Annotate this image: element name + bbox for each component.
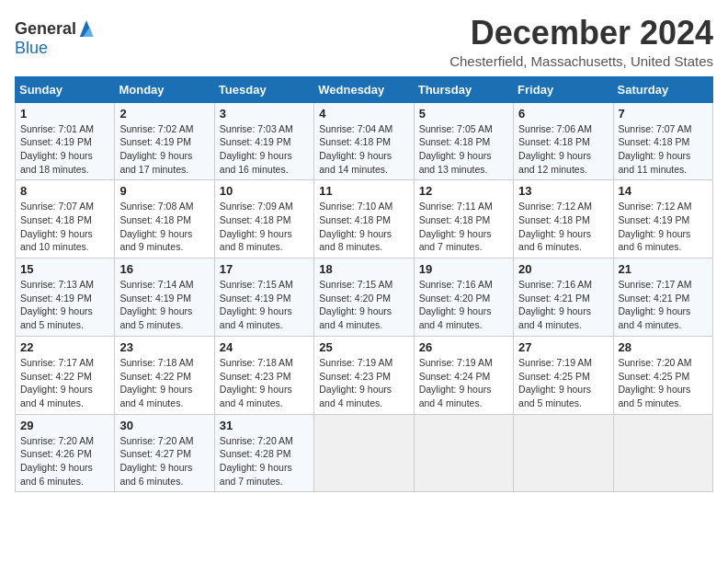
- day-number: 8: [20, 184, 109, 198]
- day-number: 12: [419, 184, 508, 198]
- sunset-label: Sunset: 4:19 PM: [220, 136, 291, 147]
- day-info: Sunrise: 7:12 AM Sunset: 4:19 PM Dayligh…: [619, 200, 708, 254]
- daylight-label: Daylight: 9 hours and 6 minutes.: [518, 228, 591, 253]
- calendar-day-cell: 20 Sunrise: 7:16 AM Sunset: 4:21 PM Dayl…: [514, 259, 613, 337]
- calendar-day-cell: 30 Sunrise: 7:20 AM Sunset: 4:27 PM Dayl…: [115, 414, 214, 492]
- calendar-day-cell: 14 Sunrise: 7:12 AM Sunset: 4:19 PM Dayl…: [613, 180, 712, 259]
- sunrise-label: Sunrise: 7:20 AM: [119, 435, 193, 446]
- logo-general-text: General: [15, 20, 76, 37]
- day-info: Sunrise: 7:08 AM Sunset: 4:18 PM Dayligh…: [119, 200, 209, 254]
- daylight-label: Daylight: 9 hours and 6 minutes.: [20, 462, 93, 487]
- day-info: Sunrise: 7:17 AM Sunset: 4:21 PM Dayligh…: [619, 278, 708, 332]
- calendar-day-cell: [514, 414, 613, 492]
- logo-icon: [78, 18, 95, 39]
- sunset-label: Sunset: 4:20 PM: [319, 293, 391, 304]
- sunset-label: Sunset: 4:18 PM: [319, 214, 391, 225]
- sunset-label: Sunset: 4:19 PM: [20, 293, 92, 304]
- day-info: Sunrise: 7:09 AM Sunset: 4:18 PM Dayligh…: [220, 200, 309, 254]
- daylight-label: Daylight: 9 hours and 12 minutes.: [518, 150, 591, 175]
- day-info: Sunrise: 7:19 AM Sunset: 4:24 PM Dayligh…: [419, 356, 508, 410]
- day-info: Sunrise: 7:14 AM Sunset: 4:19 PM Dayligh…: [119, 278, 209, 332]
- day-number: 14: [619, 184, 708, 198]
- calendar-day-cell: 29 Sunrise: 7:20 AM Sunset: 4:26 PM Dayl…: [16, 414, 115, 492]
- daylight-label: Daylight: 9 hours and 4 minutes.: [119, 384, 192, 408]
- day-info: Sunrise: 7:13 AM Sunset: 4:19 PM Dayligh…: [20, 278, 109, 332]
- day-number: 16: [119, 262, 209, 276]
- sunset-label: Sunset: 4:22 PM: [20, 371, 92, 382]
- sunrise-label: Sunrise: 7:13 AM: [20, 279, 94, 290]
- daylight-label: Daylight: 9 hours and 5 minutes.: [119, 305, 192, 330]
- day-number: 1: [20, 107, 109, 121]
- daylight-label: Daylight: 9 hours and 8 minutes.: [319, 228, 392, 253]
- day-number: 24: [220, 340, 309, 354]
- daylight-label: Daylight: 9 hours and 4 minutes.: [319, 305, 392, 330]
- sunset-label: Sunset: 4:22 PM: [119, 371, 191, 382]
- day-number: 26: [419, 340, 508, 354]
- daylight-label: Daylight: 9 hours and 17 minutes.: [119, 150, 192, 175]
- sunrise-label: Sunrise: 7:08 AM: [119, 201, 193, 212]
- title-section: December 2024 Chesterfield, Massachusett…: [449, 15, 713, 69]
- daylight-label: Daylight: 9 hours and 4 minutes.: [319, 384, 392, 408]
- calendar-day-cell: 23 Sunrise: 7:18 AM Sunset: 4:22 PM Dayl…: [115, 336, 214, 414]
- sunset-label: Sunset: 4:23 PM: [319, 371, 391, 382]
- sunrise-label: Sunrise: 7:19 AM: [419, 357, 493, 368]
- daylight-label: Daylight: 9 hours and 10 minutes.: [20, 228, 93, 253]
- sunset-label: Sunset: 4:18 PM: [220, 214, 291, 225]
- day-number: 13: [518, 184, 608, 198]
- calendar-day-cell: [314, 414, 414, 492]
- calendar-day-cell: 7 Sunrise: 7:07 AM Sunset: 4:18 PM Dayli…: [613, 102, 712, 180]
- daylight-label: Daylight: 9 hours and 14 minutes.: [319, 150, 392, 175]
- sunset-label: Sunset: 4:28 PM: [220, 448, 291, 459]
- day-number: 5: [419, 107, 508, 121]
- sunset-label: Sunset: 4:18 PM: [419, 214, 491, 225]
- calendar-day-cell: 16 Sunrise: 7:14 AM Sunset: 4:19 PM Dayl…: [115, 259, 214, 337]
- day-info: Sunrise: 7:04 AM Sunset: 4:18 PM Dayligh…: [319, 122, 408, 177]
- sunset-label: Sunset: 4:19 PM: [119, 136, 191, 147]
- sunrise-label: Sunrise: 7:17 AM: [619, 279, 692, 290]
- sunset-label: Sunset: 4:18 PM: [419, 136, 491, 147]
- sunrise-label: Sunrise: 7:07 AM: [20, 201, 94, 212]
- sunset-label: Sunset: 4:26 PM: [20, 448, 92, 459]
- daylight-label: Daylight: 9 hours and 7 minutes.: [419, 228, 492, 253]
- sunrise-label: Sunrise: 7:12 AM: [619, 201, 692, 212]
- day-number: 6: [518, 107, 608, 121]
- sunset-label: Sunset: 4:19 PM: [20, 136, 92, 147]
- daylight-label: Daylight: 9 hours and 4 minutes.: [619, 305, 691, 330]
- day-number: 22: [20, 340, 109, 354]
- day-number: 21: [619, 262, 708, 276]
- day-info: Sunrise: 7:20 AM Sunset: 4:28 PM Dayligh…: [220, 434, 309, 488]
- sunrise-label: Sunrise: 7:20 AM: [220, 435, 293, 446]
- day-info: Sunrise: 7:10 AM Sunset: 4:18 PM Dayligh…: [319, 200, 408, 254]
- day-number: 23: [119, 340, 209, 354]
- weekday-header-monday: Monday: [115, 76, 214, 102]
- day-info: Sunrise: 7:20 AM Sunset: 4:27 PM Dayligh…: [119, 434, 209, 488]
- calendar-day-cell: 22 Sunrise: 7:17 AM Sunset: 4:22 PM Dayl…: [16, 336, 115, 414]
- weekday-header-sunday: Sunday: [16, 76, 115, 102]
- calendar-day-cell: 10 Sunrise: 7:09 AM Sunset: 4:18 PM Dayl…: [214, 180, 313, 259]
- sunrise-label: Sunrise: 7:20 AM: [20, 435, 94, 446]
- calendar-day-cell: 21 Sunrise: 7:17 AM Sunset: 4:21 PM Dayl…: [613, 259, 712, 337]
- sunrise-label: Sunrise: 7:18 AM: [220, 357, 293, 368]
- daylight-label: Daylight: 9 hours and 5 minutes.: [619, 384, 691, 408]
- day-number: 30: [119, 419, 209, 432]
- day-info: Sunrise: 7:20 AM Sunset: 4:25 PM Dayligh…: [619, 356, 708, 410]
- daylight-label: Daylight: 9 hours and 18 minutes.: [20, 150, 93, 175]
- sunrise-label: Sunrise: 7:20 AM: [619, 357, 692, 368]
- day-number: 10: [220, 184, 309, 198]
- calendar-week-row: 15 Sunrise: 7:13 AM Sunset: 4:19 PM Dayl…: [16, 259, 713, 337]
- sunrise-label: Sunrise: 7:19 AM: [319, 357, 392, 368]
- day-number: 9: [119, 184, 209, 198]
- weekday-header-tuesday: Tuesday: [214, 76, 313, 102]
- sunrise-label: Sunrise: 7:09 AM: [220, 201, 293, 212]
- weekday-header-row: SundayMondayTuesdayWednesdayThursdayFrid…: [16, 76, 713, 102]
- day-info: Sunrise: 7:02 AM Sunset: 4:19 PM Dayligh…: [119, 122, 209, 177]
- sunset-label: Sunset: 4:19 PM: [619, 214, 690, 225]
- day-number: 2: [119, 107, 209, 121]
- daylight-label: Daylight: 9 hours and 16 minutes.: [220, 150, 292, 175]
- day-number: 18: [319, 262, 408, 276]
- day-number: 15: [20, 262, 109, 276]
- sunrise-label: Sunrise: 7:16 AM: [518, 279, 592, 290]
- day-number: 19: [419, 262, 508, 276]
- calendar-week-row: 29 Sunrise: 7:20 AM Sunset: 4:26 PM Dayl…: [16, 414, 713, 492]
- sunrise-label: Sunrise: 7:17 AM: [20, 357, 94, 368]
